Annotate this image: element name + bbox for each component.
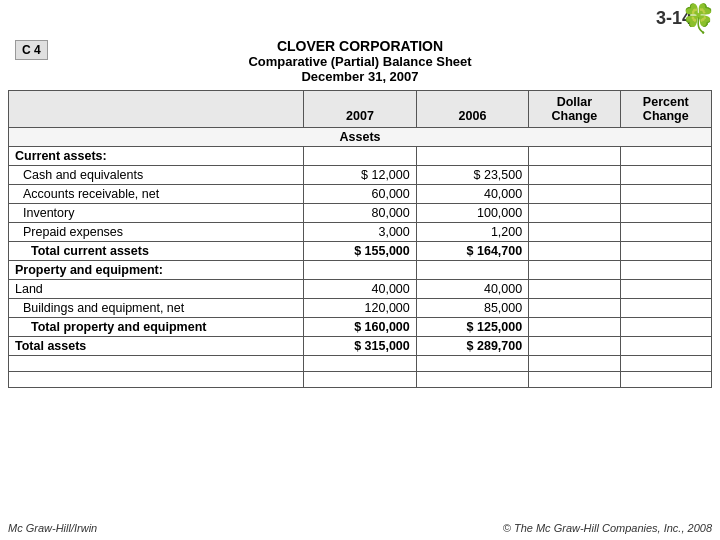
prop-pct-blank — [620, 261, 711, 280]
col-header-pct: Percent Change — [620, 91, 711, 128]
row-2006-buildings: 85,000 — [416, 299, 528, 318]
property-header-label: Property and equipment: — [9, 261, 304, 280]
col-header-dollar: Dollar Change — [529, 91, 620, 128]
row-2007-buildings: 120,000 — [304, 299, 416, 318]
ca-dollar-blank — [529, 147, 620, 166]
row-label-land: Land — [9, 280, 304, 299]
corner-decoration: 3-14 🍀 — [640, 0, 720, 50]
row-2007-total-prop: $ 160,000 — [304, 318, 416, 337]
report-title: Comparative (Partial) Balance Sheet — [0, 54, 720, 69]
ca-pct-blank — [620, 147, 711, 166]
row-dollar-cash — [529, 166, 620, 185]
table-row: Inventory 80,000 100,000 — [9, 204, 712, 223]
prop-2006-blank — [416, 261, 528, 280]
row-pct-buildings — [620, 299, 711, 318]
row-2006-cash: $ 23,500 — [416, 166, 528, 185]
row-dollar-total-current — [529, 242, 620, 261]
row-2006-land: 40,000 — [416, 280, 528, 299]
row-label-total-assets: Total assets — [9, 337, 304, 356]
assets-header-cell: Assets — [9, 128, 712, 147]
report-header: CLOVER CORPORATION Comparative (Partial)… — [0, 0, 720, 90]
row-2006-total-current: $ 164,700 — [416, 242, 528, 261]
row-label-cash: Cash and equivalents — [9, 166, 304, 185]
row-dollar-total-prop — [529, 318, 620, 337]
row-label-inv: Inventory — [9, 204, 304, 223]
col-header-label — [9, 91, 304, 128]
property-header-row: Property and equipment: — [9, 261, 712, 280]
row-dollar-buildings — [529, 299, 620, 318]
table-row: Land 40,000 40,000 — [9, 280, 712, 299]
row-2007-land: 40,000 — [304, 280, 416, 299]
balance-sheet-table: 2007 2006 Dollar Change Percent Change A… — [8, 90, 712, 388]
row-label-total-current: Total current assets — [9, 242, 304, 261]
current-assets-header-row: Current assets: — [9, 147, 712, 166]
col-header-2006: 2006 — [416, 91, 528, 128]
empty-row-2 — [9, 372, 712, 388]
row-pct-total-prop — [620, 318, 711, 337]
table-header-row: 2007 2006 Dollar Change Percent Change — [9, 91, 712, 128]
row-dollar-ar — [529, 185, 620, 204]
row-pct-ar — [620, 185, 711, 204]
balance-sheet-table-wrapper: 2007 2006 Dollar Change Percent Change A… — [0, 90, 720, 388]
page-container: 3-14 🍀 C 4 CLOVER CORPORATION Comparativ… — [0, 0, 720, 540]
row-pct-cash — [620, 166, 711, 185]
row-2006-total-prop: $ 125,000 — [416, 318, 528, 337]
table-row: Total current assets $ 155,000 $ 164,700 — [9, 242, 712, 261]
company-name: CLOVER CORPORATION — [0, 38, 720, 54]
col-header-2007: 2007 — [304, 91, 416, 128]
prop-2007-blank — [304, 261, 416, 280]
row-label-buildings: Buildings and equipment, net — [9, 299, 304, 318]
c4-label: C 4 — [15, 40, 48, 60]
ca-2007-blank — [304, 147, 416, 166]
row-2006-inv: 100,000 — [416, 204, 528, 223]
row-pct-prepaid — [620, 223, 711, 242]
row-2007-ar: 60,000 — [304, 185, 416, 204]
shamrock-icon: 🍀 — [681, 2, 716, 35]
assets-header-row: Assets — [9, 128, 712, 147]
row-2006-total-assets: $ 289,700 — [416, 337, 528, 356]
row-dollar-total-assets — [529, 337, 620, 356]
row-dollar-prepaid — [529, 223, 620, 242]
row-label-ar: Accounts receivable, net — [9, 185, 304, 204]
row-2007-total-current: $ 155,000 — [304, 242, 416, 261]
prop-dollar-blank — [529, 261, 620, 280]
row-pct-inv — [620, 204, 711, 223]
row-2007-total-assets: $ 315,000 — [304, 337, 416, 356]
row-label-total-prop: Total property and equipment — [9, 318, 304, 337]
row-2006-prepaid: 1,200 — [416, 223, 528, 242]
row-2006-ar: 40,000 — [416, 185, 528, 204]
row-label-prepaid: Prepaid expenses — [9, 223, 304, 242]
row-2007-inv: 80,000 — [304, 204, 416, 223]
report-date: December 31, 2007 — [0, 69, 720, 84]
ca-2006-blank — [416, 147, 528, 166]
current-assets-label: Current assets: — [9, 147, 304, 166]
row-dollar-inv — [529, 204, 620, 223]
table-row: Accounts receivable, net 60,000 40,000 — [9, 185, 712, 204]
row-pct-land — [620, 280, 711, 299]
table-row: Cash and equivalents $ 12,000 $ 23,500 — [9, 166, 712, 185]
footer-right: © The Mc Graw-Hill Companies, Inc., 2008 — [503, 522, 712, 534]
empty-row-1 — [9, 356, 712, 372]
row-pct-total-current — [620, 242, 711, 261]
row-pct-total-assets — [620, 337, 711, 356]
footer-left: Mc Graw-Hill/Irwin — [8, 522, 97, 534]
table-row: Prepaid expenses 3,000 1,200 — [9, 223, 712, 242]
table-row: Buildings and equipment, net 120,000 85,… — [9, 299, 712, 318]
footer: Mc Graw-Hill/Irwin © The Mc Graw-Hill Co… — [8, 522, 712, 534]
row-dollar-land — [529, 280, 620, 299]
row-2007-cash: $ 12,000 — [304, 166, 416, 185]
row-2007-prepaid: 3,000 — [304, 223, 416, 242]
table-row: Total property and equipment $ 160,000 $… — [9, 318, 712, 337]
table-row: Total assets $ 315,000 $ 289,700 — [9, 337, 712, 356]
